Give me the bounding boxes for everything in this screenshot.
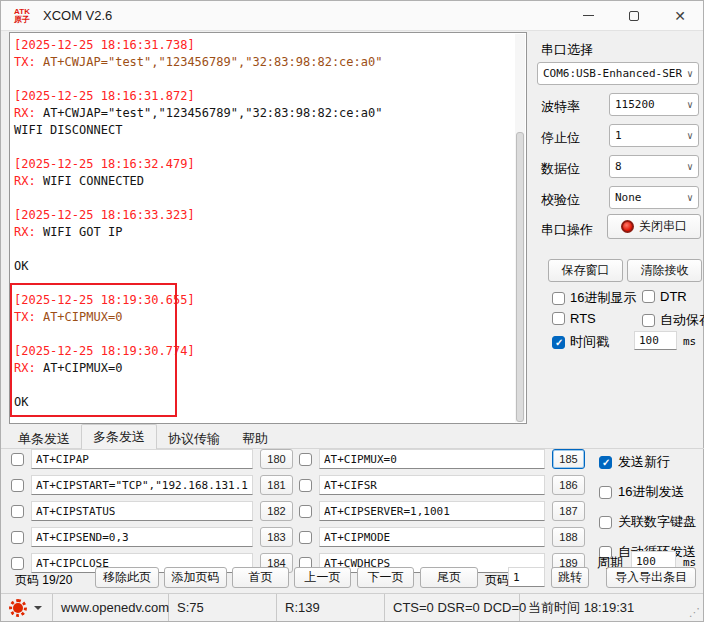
databits-dropdown[interactable]: 8 ∨	[609, 155, 699, 178]
add-page-button[interactable]: 添加页码	[164, 567, 227, 588]
multisend-row-checkbox[interactable]	[11, 453, 24, 466]
multisend-command-input[interactable]	[31, 527, 253, 547]
auto-save-checkbox[interactable]: 自动保存	[642, 311, 704, 329]
multisend-row: 185	[299, 449, 585, 469]
terminal-line: [2025-12-25 18:19:30.655]	[14, 292, 511, 309]
multisend-send-button[interactable]: 188	[552, 527, 585, 547]
multisend-row: 180	[11, 449, 293, 469]
parity-dropdown[interactable]: None ∨	[609, 186, 699, 209]
import-export-button[interactable]: 导入导出条目	[606, 567, 696, 588]
multisend-row-checkbox[interactable]	[11, 479, 24, 492]
stopbits-label: 停止位	[541, 129, 580, 147]
minimize-button[interactable]	[565, 1, 611, 30]
checkbox-icon[interactable]	[552, 336, 565, 349]
multisend-send-button[interactable]: 183	[260, 527, 293, 547]
terminal-line	[14, 326, 511, 343]
multisend-row: 188	[299, 527, 585, 547]
multisend-command-input[interactable]	[319, 501, 545, 521]
save-window-button[interactable]: 保存窗口	[548, 259, 623, 282]
remove-page-button[interactable]: 移除此页	[95, 567, 159, 588]
checkbox-icon[interactable]	[599, 516, 612, 529]
modem-signals: CTS=0 DSR=0 DCD=0	[385, 594, 520, 621]
timestamp-interval-input[interactable]	[634, 331, 677, 350]
tab-帮助[interactable]: 帮助	[231, 428, 279, 449]
baud-dropdown[interactable]: 115200 ∨	[609, 93, 699, 116]
goto-page-input[interactable]	[508, 567, 545, 587]
checkbox-icon[interactable]	[552, 292, 565, 305]
terminal-line	[14, 275, 511, 292]
multisend-send-button[interactable]: 180	[260, 449, 293, 469]
checkbox-icon[interactable]	[599, 456, 612, 469]
first-page-button[interactable]: 首页	[232, 567, 289, 588]
checkbox-icon[interactable]	[552, 312, 565, 325]
multisend-command-input[interactable]	[31, 501, 253, 521]
port-operation-label: 串口操作	[541, 221, 593, 239]
multisend-row-checkbox[interactable]	[11, 505, 24, 518]
multisend-send-button[interactable]: 185	[552, 449, 585, 469]
multisend-send-button[interactable]: 186	[552, 475, 585, 495]
multisend-right-column: 185186187188189	[299, 449, 585, 573]
parity-value: None	[615, 191, 642, 204]
option-16进制发送[interactable]: 16进制发送	[599, 483, 696, 501]
tab-单条发送[interactable]: 单条发送	[7, 428, 81, 449]
titlebar: ATK 原子 XCOM V2.6 ✕	[1, 1, 703, 31]
maximize-button[interactable]	[611, 1, 657, 30]
terminal-line: [2025-12-25 18:19:30.774]	[14, 343, 511, 360]
page-indicator-value: 19/20	[42, 573, 72, 587]
multisend-command-input[interactable]	[31, 475, 253, 495]
settings-menu-button[interactable]	[1, 594, 53, 621]
next-page-button[interactable]: 下一页	[357, 567, 414, 588]
multisend-command-input[interactable]	[319, 527, 545, 547]
receive-area[interactable]: [2025-12-25 18:16:31.738]TX: AT+CWJAP="t…	[9, 32, 527, 424]
tabs: 单条发送多条发送协议传输帮助	[7, 424, 279, 449]
timestamp-label: 时间戳	[570, 333, 609, 351]
last-page-button[interactable]: 尾页	[420, 567, 478, 588]
terminal-scrollbar[interactable]	[515, 34, 525, 422]
multisend-row-checkbox[interactable]	[299, 479, 312, 492]
website-link[interactable]: www.openedv.com	[53, 594, 169, 621]
tab-协议传输[interactable]: 协议传输	[157, 428, 231, 449]
resize-grip[interactable]: ⋰	[689, 606, 700, 619]
maximize-icon	[629, 11, 639, 21]
terminal-scrollbar-thumb[interactable]	[516, 132, 524, 422]
port-select-dropdown[interactable]: COM6:USB-Enhanced-SER ∨	[537, 62, 699, 85]
stopbits-dropdown[interactable]: 1 ∨	[609, 124, 699, 147]
checkbox-icon[interactable]	[642, 314, 655, 327]
minimize-icon	[583, 15, 594, 16]
multisend-row-checkbox[interactable]	[11, 531, 24, 544]
multisend-send-button[interactable]: 187	[552, 501, 585, 521]
option-关联数字键盘[interactable]: 关联数字键盘	[599, 513, 696, 531]
terminal-line	[14, 377, 511, 394]
port-select-label: 串口选择	[541, 41, 593, 59]
checkbox-icon[interactable]	[599, 486, 612, 499]
multisend-command-input[interactable]	[31, 449, 253, 469]
multisend-send-button[interactable]: 182	[260, 501, 293, 521]
multisend-send-button[interactable]: 181	[260, 475, 293, 495]
multisend-command-input[interactable]	[319, 449, 545, 469]
logo-text-bottom: 原子	[9, 16, 35, 24]
terminal-line: WIFI DISCONNECT	[14, 122, 511, 139]
multisend-command-input[interactable]	[319, 475, 545, 495]
checkbox-icon[interactable]	[642, 290, 655, 303]
multisend-row-checkbox[interactable]	[11, 557, 24, 570]
rts-checkbox[interactable]: RTS	[552, 311, 596, 326]
terminal-line	[14, 139, 511, 156]
timestamp-checkbox[interactable]: 时间戳	[552, 333, 609, 351]
multisend-row-checkbox[interactable]	[299, 531, 312, 544]
option-label: 16进制发送	[618, 483, 684, 501]
prev-page-button[interactable]: 上一页	[294, 567, 351, 588]
close-port-button[interactable]: 关闭串口	[607, 214, 701, 239]
multisend-row: 182	[11, 501, 293, 521]
clear-receive-button[interactable]: 清除接收	[627, 259, 702, 282]
auto-save-label: 自动保存	[660, 311, 704, 329]
dtr-checkbox[interactable]: DTR	[642, 289, 687, 304]
multisend-row-checkbox[interactable]	[299, 505, 312, 518]
tab-多条发送[interactable]: 多条发送	[81, 424, 157, 449]
hex-display-checkbox[interactable]: 16进制显示	[552, 289, 636, 307]
close-button[interactable]: ✕	[657, 1, 703, 30]
option-发送新行[interactable]: 发送新行	[599, 453, 696, 471]
multisend-row-checkbox[interactable]	[299, 453, 312, 466]
goto-page-label: 页码	[485, 572, 509, 589]
jump-button[interactable]: 跳转	[551, 567, 589, 588]
send-tabbar: 单条发送多条发送协议传输帮助	[1, 425, 704, 449]
